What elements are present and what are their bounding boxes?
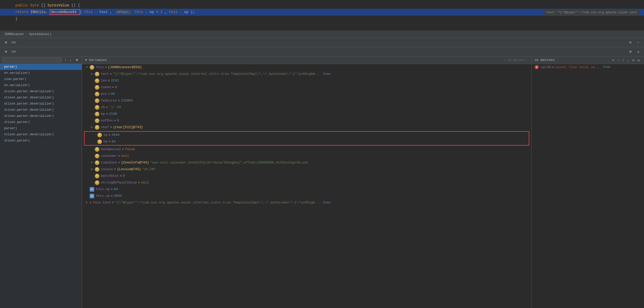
var-hasspecial[interactable]: f hasSpecial = false	[82, 146, 531, 153]
expand-locale[interactable]: ▶	[91, 167, 95, 172]
field-icon-len: f	[95, 78, 99, 83]
var-this[interactable]: ▼ f this = {JSONScanner@556}	[82, 64, 531, 71]
list-icon[interactable]: ≡≡	[11, 40, 16, 45]
expand-text[interactable]: ▶	[91, 71, 95, 77]
var-np[interactable]: f np = 84	[85, 138, 529, 145]
field-icon-timezone: f	[95, 160, 99, 165]
var-sp[interactable]: f sp = 2044	[85, 132, 529, 138]
code-paren: () {	[71, 3, 80, 7]
var-this-sp[interactable]: 01 this.sp = 2044	[82, 193, 531, 199]
grid-icon[interactable]: ⊞	[3, 40, 9, 45]
watch-add-btn[interactable]: +	[611, 58, 615, 63]
pin-watches[interactable]: →* oo Watches ›	[503, 59, 528, 62]
left-item-2[interactable]: ison.parser)	[0, 76, 82, 82]
hint-offset: offset:	[115, 10, 131, 14]
field-icon-sbuf: f	[95, 125, 99, 130]
columns-icon[interactable]: ⊞	[628, 49, 633, 55]
expand-this[interactable]: ▼	[86, 65, 90, 70]
field-icon-pos: f	[95, 92, 99, 96]
dot2: .	[145, 10, 147, 14]
minimize-icon[interactable]: —	[635, 40, 641, 45]
eq-text: =	[110, 71, 112, 77]
var-matchstat[interactable]: f matchStat = 0	[82, 173, 531, 179]
var-sbuf[interactable]: ▶ f sbuf = {char[512]@743}	[82, 124, 531, 131]
var-calendar[interactable]: f calendar = null	[82, 153, 531, 159]
var-text[interactable]: ▶ f text = "{\"@type\":\"com.sun.org.apa…	[82, 71, 531, 77]
settings-icon[interactable]: ⚙	[628, 40, 633, 45]
var-token[interactable]: f token = 4	[82, 84, 531, 91]
left-item-1[interactable]: on.serializer)	[0, 70, 82, 76]
var-name-token: token	[101, 85, 111, 90]
toolbar2-right: ⊞ ↺	[628, 49, 641, 55]
var-features[interactable]: f features = 132061	[82, 97, 531, 104]
var-val-np: 84	[111, 139, 116, 144]
refresh-icon[interactable]: ↺	[635, 49, 641, 55]
eq-timezone: =	[118, 160, 120, 165]
filter-input[interactable]	[2, 57, 62, 63]
left-item-5[interactable]: stison.parser.deserializer)	[0, 95, 82, 101]
var-name-len: len	[101, 78, 107, 83]
var-bp[interactable]: f bp = 2130	[82, 111, 531, 117]
var-name-ch: ch	[101, 105, 105, 110]
toolbar-left: ⊞ ≡≡	[3, 40, 16, 45]
field-icon-hasspecial: f	[95, 147, 99, 152]
var-this-np[interactable]: 01 this.np = 84	[82, 186, 531, 193]
expand-timezone[interactable]: ▶	[91, 160, 95, 165]
plus: +	[156, 10, 160, 14]
eq-np: =	[109, 139, 111, 144]
view-oo-text[interactable]: View	[323, 200, 330, 205]
watch-up-btn[interactable]: ↑	[621, 58, 625, 63]
highlighted-method: decodeBase64	[50, 9, 80, 15]
field-icon-this: f	[90, 65, 94, 70]
left-item-10[interactable]: parser)	[0, 125, 82, 131]
var-name-bp: bp	[101, 111, 105, 117]
watch-down-btn[interactable]: ↓	[626, 58, 630, 63]
field-icon-sp: f	[97, 133, 102, 137]
watch-remove-btn[interactable]: −	[616, 58, 620, 63]
left-item-9[interactable]: stison.parser)	[0, 119, 82, 125]
var-eofpos[interactable]: f eofPos = 0	[82, 117, 531, 124]
watch-list-btn[interactable]: ≡	[631, 58, 635, 63]
watch-oo-btn[interactable]: ∞	[636, 58, 641, 63]
var-pos[interactable]: f pos = 84	[82, 91, 531, 97]
view-text[interactable]: View	[323, 71, 330, 77]
field-sp: sp	[184, 10, 188, 14]
field-icon-sdv: f	[95, 180, 99, 185]
eq-sdv: =	[138, 180, 140, 185]
left-item-8[interactable]: stison.parser.deserializer)	[0, 113, 82, 119]
watches-title: oo Watches	[535, 58, 555, 62]
code-line-3: }	[0, 16, 644, 22]
variables-title: Variables	[89, 58, 107, 62]
var-timezone[interactable]: ▶ f timeZone = {ZoneInfo@744} "sun.util.…	[82, 159, 531, 166]
left-item-4[interactable]: stison.parser.deserializer)	[0, 88, 82, 95]
left-item-7[interactable]: stison.parser.deserializer)	[0, 107, 82, 113]
filter-down-btn[interactable]: ↓	[69, 57, 72, 63]
left-item-0[interactable]: parser)	[0, 64, 82, 70]
watch-view-var29[interactable]: View	[603, 65, 610, 69]
watch-item-var29[interactable]: ● var29 = Cannot find local va... View	[532, 64, 644, 70]
eq-matchstat: =	[120, 173, 122, 179]
field-icon-features: f	[95, 98, 99, 103]
var-stringdefaultvalue[interactable]: f stringDefaultValue = null	[82, 179, 531, 186]
filter-funnel-btn[interactable]: ▼	[74, 57, 80, 63]
var-locale[interactable]: ▶ f locale = {Locale@745} "zh_CN"	[82, 166, 531, 173]
left-item-11[interactable]: stison.parser.deserializer)	[0, 131, 82, 138]
var-oo-this-text[interactable]: ▶ ∞ this.text = "{\"@type\":\"com.sun.or…	[82, 199, 531, 206]
filter-up-btn[interactable]: ↑	[63, 57, 67, 63]
var-ch[interactable]: f ch = ']' 93	[82, 104, 531, 111]
highlight-box-sp-np: f sp = 2044 f np = 84	[84, 131, 529, 146]
eq-this: =	[105, 65, 107, 70]
right-area: ▼ Variables →* oo Watches › ▼ f this = {…	[82, 56, 644, 308]
pin-arrow: ›	[526, 59, 528, 62]
expand-sbuf[interactable]: ▶	[91, 125, 95, 130]
var-len[interactable]: f len = 2241	[82, 77, 531, 84]
breadcrumb-method: bytesValue()	[29, 33, 51, 36]
left-item-3[interactable]: on.serializer)	[0, 82, 82, 88]
expand-oo-this-text[interactable]: ▶	[86, 200, 90, 205]
layout-icon[interactable]: ⊞	[3, 49, 9, 55]
left-item-6[interactable]: stison.parser.deserializer)	[0, 101, 82, 107]
left-item-12[interactable]: stison.parser)	[0, 138, 82, 144]
list2-icon[interactable]: ≡≡	[11, 49, 16, 55]
close-paren: );	[191, 10, 195, 14]
keyword-return: return	[15, 10, 30, 14]
